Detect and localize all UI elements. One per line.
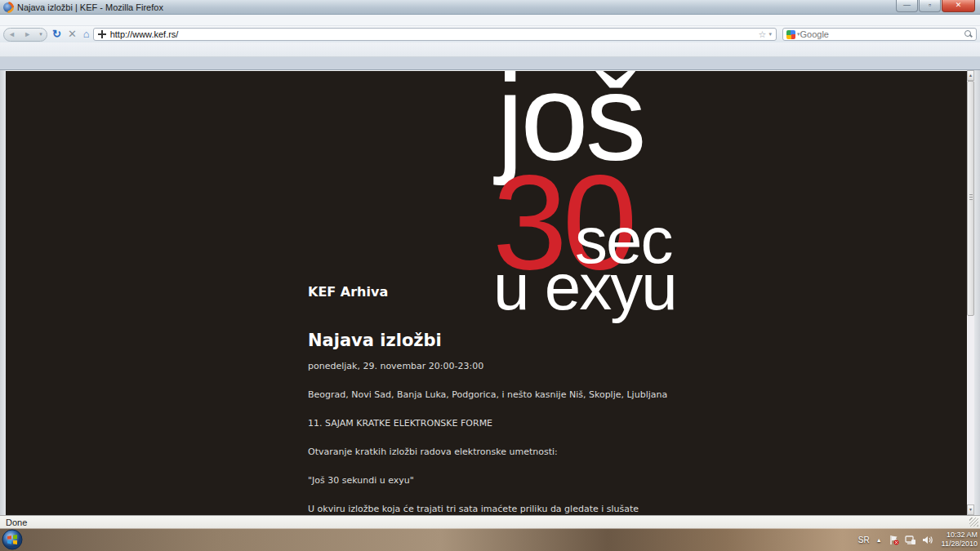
scroll-up-button[interactable]: ▲ xyxy=(967,70,974,81)
clock-date: 11/28/2010 xyxy=(942,540,978,549)
tab-strip xyxy=(0,57,980,70)
search-input[interactable] xyxy=(800,29,964,39)
history-dropdown-icon[interactable]: ▾ xyxy=(39,31,42,38)
close-button[interactable]: ✕ xyxy=(942,0,975,12)
back-forward-group: ◄ ► ▾ xyxy=(3,28,47,42)
status-text: Done xyxy=(6,518,27,527)
window-title: Najava izložbi | KEF - Mozilla Firefox xyxy=(17,2,163,12)
reload-button[interactable]: ↻ xyxy=(49,28,65,41)
start-button[interactable] xyxy=(2,529,23,550)
article-title: Najava izložbi xyxy=(308,331,671,350)
taskbar-buttons xyxy=(2,528,28,551)
article-fair-title: 11. SAJAM KRATKE ELEKTRONSKE FORME xyxy=(308,417,671,429)
article-opening: Otvaranje kratkih izložbi radova elektro… xyxy=(308,446,671,458)
minimize-button[interactable]: — xyxy=(896,0,918,12)
network-icon[interactable] xyxy=(905,535,916,545)
status-bar: Done xyxy=(0,515,980,528)
vertical-scrollbar[interactable]: ▲ ▼ xyxy=(967,70,974,515)
url-text[interactable]: http://www.kef.rs/ xyxy=(110,29,179,39)
article-quote: "Još 30 sekundi u exyu" xyxy=(308,474,671,487)
window-controls: — ▫ ✕ xyxy=(895,0,975,12)
logo-text-uexyu: u exyu xyxy=(493,255,676,320)
stop-button[interactable]: ✕ xyxy=(65,28,80,41)
site-favicon xyxy=(98,30,106,38)
article-date: ponedeljak, 29. novembar 20:00-23:00 xyxy=(308,360,671,372)
url-bar[interactable]: http://www.kef.rs/ ☆ ▾ xyxy=(93,28,777,41)
clock[interactable]: 10:32 AM 11/28/2010 xyxy=(942,531,978,549)
archive-heading: KEF Arhiva xyxy=(308,284,388,300)
title-bar: Najava izložbi | KEF - Mozilla Firefox —… xyxy=(0,0,980,15)
home-button[interactable]: ⌂ xyxy=(80,28,93,41)
clock-time: 10:32 AM xyxy=(942,531,978,540)
hidden-icons-chevron[interactable]: ▲ xyxy=(876,537,882,543)
maximize-button[interactable]: ▫ xyxy=(919,0,941,12)
taskbar: SR ▲ 10:32 AM 11/28/2010 xyxy=(0,528,980,551)
scroll-down-button[interactable]: ▼ xyxy=(967,504,974,515)
browser-content-area: još 30 sec u exyu KEF Arhiva Najava izlo… xyxy=(0,70,980,515)
menu-bar xyxy=(0,15,980,26)
language-indicator[interactable]: SR xyxy=(858,535,870,544)
search-icon[interactable] xyxy=(964,30,973,38)
article-body: U okviru izložbe koja će trajati tri sat… xyxy=(308,503,671,515)
google-engine-icon[interactable] xyxy=(786,30,795,39)
action-center-flag-icon[interactable] xyxy=(889,535,899,545)
bookmarks-toolbar xyxy=(0,42,980,57)
window-frame-left xyxy=(0,70,6,515)
search-box[interactable]: ▾ xyxy=(782,28,977,41)
url-dropdown-icon[interactable]: ▾ xyxy=(768,31,772,38)
window-frame-right xyxy=(974,70,980,515)
article: Najava izložbi ponedeljak, 29. novembar … xyxy=(308,331,671,515)
forward-button[interactable]: ► xyxy=(24,30,31,38)
back-button[interactable]: ◄ xyxy=(8,30,16,38)
firefox-app-icon xyxy=(3,2,13,12)
web-page: još 30 sec u exyu KEF Arhiva Najava izlo… xyxy=(6,70,967,515)
resize-grip[interactable] xyxy=(969,518,978,527)
scrollbar-grip xyxy=(969,194,973,202)
navigation-toolbar: ◄ ► ▾ ↻ ✕ ⌂ http://www.kef.rs/ ☆ ▾ ▾ xyxy=(0,26,980,42)
bookmark-star-icon[interactable]: ☆ xyxy=(759,29,767,40)
volume-icon[interactable] xyxy=(922,535,933,545)
scrollbar-thumb[interactable] xyxy=(967,81,974,316)
article-cities: Beograd, Novi Sad, Banja Luka, Podgorica… xyxy=(308,389,671,401)
system-tray: SR ▲ 10:32 AM 11/28/2010 xyxy=(858,528,978,551)
